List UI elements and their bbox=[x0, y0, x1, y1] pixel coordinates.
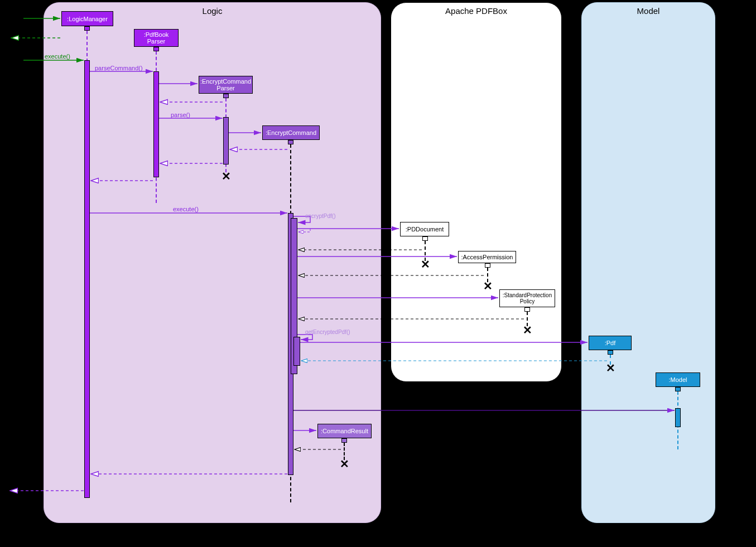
encrypt-command-label: :EncryptCommand bbox=[266, 129, 316, 136]
access-permission-label: :AccessPermission bbox=[461, 254, 513, 260]
model-label: :Model bbox=[668, 376, 687, 383]
activation-getencrypted bbox=[293, 337, 300, 366]
head-pddocument bbox=[422, 236, 428, 241]
pdf-label: :Pdf bbox=[605, 340, 616, 346]
frame-pdfbox: Apache PDFBox bbox=[391, 2, 562, 382]
destroy-pddocument: ✕ bbox=[421, 258, 430, 271]
participant-model: :Model bbox=[656, 372, 700, 387]
head-command-result bbox=[341, 438, 347, 443]
label-parse-command: parseCommand() bbox=[95, 65, 143, 71]
pdfbook-parser-label: :PdfBook Parser bbox=[144, 31, 169, 45]
head-encrypt-command-parser bbox=[223, 94, 229, 98]
frame-title-pdfbox: Apache PDFBox bbox=[391, 6, 561, 16]
std-protection-policy-label: :StandardProtection Policy bbox=[503, 292, 552, 304]
destroy-spp: ✕ bbox=[523, 323, 532, 337]
head-logic-manager bbox=[84, 26, 90, 31]
activation-model bbox=[675, 408, 681, 427]
participant-pdf: :Pdf bbox=[589, 336, 632, 350]
sequence-diagram: Logic Apache PDFBox Model :LogicManager … bbox=[0, 0, 756, 547]
label-parse: parse() bbox=[171, 112, 190, 118]
label-encryptpdf: encryptPdf() bbox=[305, 213, 335, 219]
participant-encrypt-command: :EncryptCommand bbox=[262, 125, 320, 140]
encrypt-command-parser-label: :EncryptCommand Parser bbox=[200, 78, 251, 91]
activation-logic-manager bbox=[84, 60, 90, 498]
participant-access-permission: :AccessPermission bbox=[458, 251, 516, 263]
participant-command-result: :CommandResult bbox=[317, 424, 372, 438]
head-pdfbook-parser bbox=[153, 47, 159, 51]
label-execute: execute() bbox=[45, 53, 70, 60]
participant-std-protection-policy: :StandardProtection Policy bbox=[499, 289, 555, 307]
participant-logic-manager: :LogicManager bbox=[61, 11, 113, 26]
frame-model: Model bbox=[581, 2, 715, 523]
participant-encrypt-command-parser: :EncryptCommand Parser bbox=[199, 76, 253, 94]
head-pdf bbox=[608, 350, 613, 355]
head-encrypt-command bbox=[288, 140, 293, 144]
destroy-access-permission: ✕ bbox=[483, 279, 493, 293]
frame-title-model: Model bbox=[582, 6, 715, 16]
activation-ecp bbox=[223, 117, 229, 164]
head-access-permission bbox=[485, 263, 490, 268]
destroy-pdf: ✕ bbox=[606, 361, 615, 375]
command-result-label: :CommandResult bbox=[321, 428, 368, 434]
destroy-command-result: ✕ bbox=[340, 457, 349, 471]
label-execute2: execute() bbox=[173, 206, 199, 212]
participant-pddocument: :PDDocument bbox=[400, 222, 449, 236]
pddocument-label: :PDDocument bbox=[406, 226, 444, 233]
head-std-protection-policy bbox=[524, 307, 530, 312]
logic-manager-label: :LogicManager bbox=[67, 16, 108, 22]
participant-pdfbook-parser: :PdfBook Parser bbox=[134, 29, 179, 47]
label-getencrypted: getEncryptedPdf() bbox=[305, 329, 350, 335]
head-model bbox=[675, 387, 681, 391]
activation-pdfbook-parser bbox=[153, 71, 159, 177]
destroy-ecp: ✕ bbox=[221, 170, 231, 183]
